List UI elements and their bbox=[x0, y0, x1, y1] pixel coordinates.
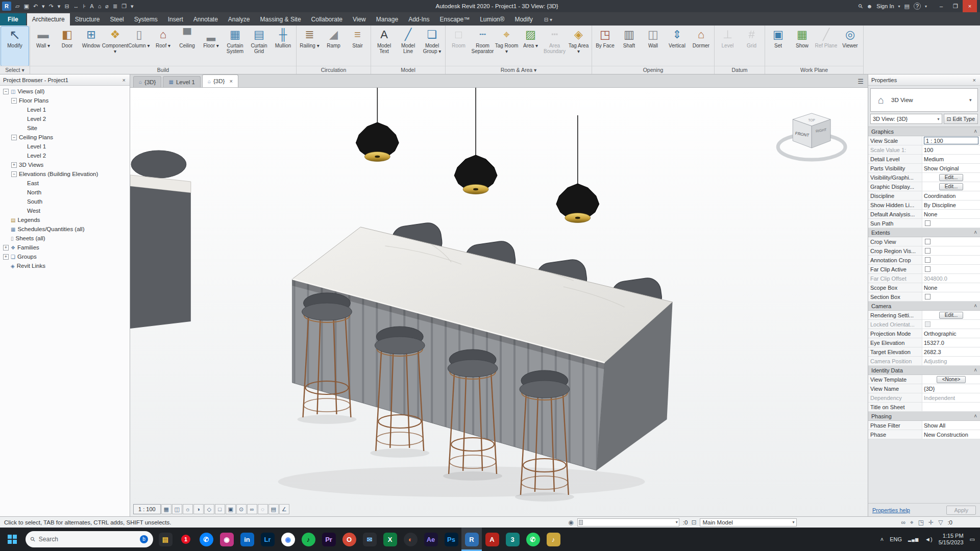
tree-item-revit-links[interactable]: ◈Revit Links bbox=[0, 261, 130, 270]
tree-item-ceiling-plans[interactable]: −Ceiling Plans bbox=[0, 133, 130, 142]
start-button[interactable] bbox=[0, 528, 24, 551]
taskbar-app-autocad[interactable]: A bbox=[482, 528, 502, 551]
panel-label-datum[interactable]: Datum bbox=[715, 66, 765, 74]
wall-button[interactable]: ▬Wall ▾ bbox=[31, 27, 55, 66]
set-button[interactable]: ▣Set bbox=[766, 27, 790, 66]
rendering-dialog-icon[interactable]: ◇ bbox=[204, 504, 214, 514]
tree-item-views-all[interactable]: −◫Views (all) bbox=[0, 87, 130, 96]
ramp-button[interactable]: ◢Ramp bbox=[322, 27, 346, 66]
section-collapse-icon[interactable]: ˄ bbox=[974, 230, 977, 235]
column-button[interactable]: ▯Column ▾ bbox=[127, 27, 151, 66]
tray-chevron-icon[interactable]: ˄ bbox=[880, 536, 884, 542]
checkbox[interactable] bbox=[925, 257, 930, 263]
redo-icon[interactable]: ↷ bbox=[47, 1, 56, 12]
default-3d-view-icon[interactable]: ⌂ bbox=[96, 1, 104, 12]
tree-item-elevations-building-elevation[interactable]: −Elevations (Building Elevation) bbox=[0, 169, 130, 179]
section-collapse-icon[interactable]: ˄ bbox=[974, 367, 977, 373]
taskbar-app-spotify[interactable]: ♪ bbox=[298, 528, 318, 551]
property-text[interactable]: 2682.3 bbox=[924, 349, 941, 355]
sign-in-dropdown-icon[interactable]: ▾ bbox=[898, 4, 900, 9]
type-selector[interactable]: ⌂ 3D View ▾ bbox=[870, 88, 978, 112]
tree-item-level-2[interactable]: Level 2 bbox=[0, 151, 130, 160]
visual-style-icon[interactable]: ◫ bbox=[172, 504, 182, 514]
panel-label-opening[interactable]: Opening bbox=[592, 66, 714, 74]
ribbon-tab-architecture[interactable]: Architecture bbox=[27, 13, 70, 26]
property-text[interactable]: Show All bbox=[924, 422, 945, 429]
panel-label-build[interactable]: Build bbox=[30, 66, 296, 74]
taskbar-app-firefox[interactable]: ◐ bbox=[400, 528, 421, 551]
switch-windows-icon[interactable]: ❐ bbox=[119, 1, 129, 12]
undo-icon[interactable]: ↶ bbox=[31, 1, 40, 12]
section-header-graphics[interactable]: Graphics˄ bbox=[868, 127, 980, 136]
tree-item-site[interactable]: Site bbox=[0, 123, 130, 133]
app-menu-icon[interactable]: R bbox=[2, 2, 11, 11]
taskbar-app-3ds-max[interactable]: 3 bbox=[502, 528, 523, 551]
save-icon[interactable]: ▣ bbox=[21, 1, 31, 12]
ribbon-tab-steel[interactable]: Steel bbox=[105, 13, 129, 26]
ribbon-tab-enscape[interactable]: Enscape™ bbox=[434, 13, 475, 26]
tree-item-sheets-all[interactable]: ▯Sheets (all) bbox=[0, 234, 130, 243]
language-indicator[interactable]: ENG bbox=[890, 536, 902, 542]
design-options-dropdown-icon[interactable]: ▾ bbox=[792, 520, 794, 524]
left-cabinet[interactable] bbox=[130, 151, 191, 329]
ribbon-tab-add-ins[interactable]: Add-Ins bbox=[403, 13, 434, 26]
bing-icon[interactable]: b bbox=[140, 535, 148, 543]
ribbon-tab-modify[interactable]: Modify bbox=[509, 13, 537, 26]
taskbar-app-linkedin[interactable]: in bbox=[237, 528, 257, 551]
panel-label-circulation[interactable]: Circulation bbox=[297, 66, 371, 74]
select-pinned-elements-icon[interactable]: ⌖ bbox=[910, 519, 914, 526]
undo-dropdown-icon[interactable]: ▾ bbox=[40, 1, 47, 12]
floor-button[interactable]: ▂Floor ▾ bbox=[199, 27, 223, 66]
window-button[interactable]: ⊞Window bbox=[79, 27, 103, 66]
ribbon-tab-structure[interactable]: Structure bbox=[70, 13, 105, 26]
property-text[interactable]: By Discipline bbox=[924, 202, 956, 208]
none-button[interactable]: <None> bbox=[937, 376, 966, 383]
by-face-button[interactable]: ◳By Face bbox=[593, 27, 617, 66]
unlocked-view-icon[interactable]: ⊙ bbox=[236, 504, 247, 514]
profile-icon[interactable]: ☻ bbox=[867, 3, 873, 9]
worksets-handle[interactable] bbox=[579, 520, 583, 525]
thin-lines-icon[interactable]: ≣ bbox=[111, 1, 119, 12]
tag-room-button[interactable]: ⌖Tag Room ▾ bbox=[495, 27, 519, 66]
ribbon-tab-view[interactable]: View bbox=[348, 13, 371, 26]
room-separator-button[interactable]: ┄Room Separator bbox=[471, 27, 495, 66]
3d-view-canvas[interactable]: FRONT RIGHT TOP bbox=[130, 88, 868, 516]
property-text[interactable]: None bbox=[924, 211, 937, 217]
tree-item-schedules-quantities-all[interactable]: ▦Schedules/Quantities (all) bbox=[0, 224, 130, 234]
edit-button[interactable]: Edit... bbox=[939, 174, 964, 181]
view-scale-button[interactable]: 1 : 100 bbox=[133, 504, 161, 514]
shadows-icon[interactable]: ◑ bbox=[193, 504, 204, 514]
tree-item-level-1[interactable]: Level 1 bbox=[0, 105, 130, 114]
close-button[interactable]: × bbox=[963, 0, 977, 12]
property-text[interactable]: Show Original bbox=[924, 165, 959, 171]
taskbar-app-photoshop[interactable]: Ps bbox=[441, 528, 461, 551]
level-button[interactable]: ⊥Level bbox=[716, 27, 740, 66]
property-input[interactable]: 1 : 100 bbox=[924, 137, 978, 144]
mullion-button[interactable]: ╫Mullion bbox=[271, 27, 295, 66]
notification-center-icon[interactable]: ▭ bbox=[970, 536, 975, 543]
curtain-grid-button[interactable]: ▤Curtain Grid bbox=[247, 27, 271, 66]
collapse-icon[interactable]: − bbox=[3, 89, 9, 94]
measure-icon[interactable]: ↔ bbox=[71, 1, 81, 12]
ribbon-tab-file[interactable]: File bbox=[0, 13, 26, 26]
tree-item-west[interactable]: West bbox=[0, 206, 130, 215]
sign-in-button[interactable]: Sign In bbox=[876, 3, 894, 9]
redo-dropdown-icon[interactable]: ▾ bbox=[56, 1, 63, 12]
checkbox[interactable] bbox=[925, 266, 930, 272]
collapse-icon[interactable]: − bbox=[11, 98, 17, 104]
section-collapse-icon[interactable]: ˄ bbox=[974, 129, 977, 134]
view-tab-3d-0[interactable]: ⌂{3D} bbox=[133, 76, 161, 87]
ribbon-tab-insert[interactable]: Insert bbox=[163, 13, 188, 26]
pendant-light[interactable] bbox=[356, 88, 399, 162]
section-icon[interactable]: ⌀ bbox=[103, 1, 111, 12]
viewcube-top-label[interactable]: TOP bbox=[808, 118, 815, 122]
filter-icon[interactable]: ▽ bbox=[938, 519, 943, 526]
area-boundary-button[interactable]: ┅Area Boundary bbox=[543, 27, 567, 66]
component-button[interactable]: ❖Component ▾ bbox=[103, 27, 127, 66]
tree-item-floor-plans[interactable]: −Floor Plans bbox=[0, 96, 130, 105]
checkbox[interactable] bbox=[925, 294, 930, 299]
wall-button[interactable]: ◫Wall bbox=[641, 27, 665, 66]
panel-label-model[interactable]: Model bbox=[371, 66, 445, 74]
project-browser-close-icon[interactable]: × bbox=[121, 77, 127, 83]
temporary-view-properties-icon[interactable]: ▤ bbox=[268, 504, 279, 514]
